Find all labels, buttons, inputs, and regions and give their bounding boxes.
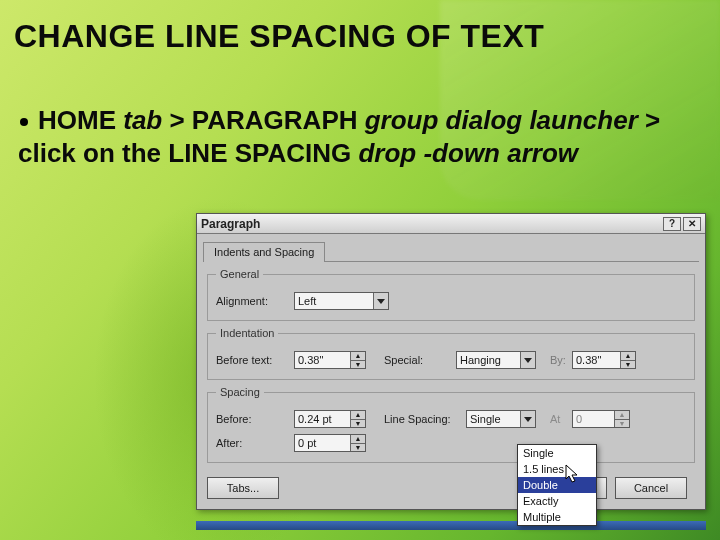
cancel-button[interactable]: Cancel — [615, 477, 687, 499]
help-button[interactable]: ? — [663, 217, 681, 231]
at-input: 0 ▲▼ — [572, 410, 630, 428]
chevron-down-icon[interactable] — [373, 293, 388, 309]
line-spacing-select[interactable]: Single — [466, 410, 536, 428]
spacing-group: Spacing Before: 0.24 pt ▲▼ Line Spacing:… — [207, 386, 695, 463]
at-label: At — [550, 413, 572, 425]
line-spacing-option[interactable]: Single — [518, 445, 596, 461]
spinner-icon: ▲▼ — [614, 411, 629, 427]
spinner-icon[interactable]: ▲▼ — [350, 435, 365, 451]
line-spacing-dropdown[interactable]: Single1.5 linesDoubleExactlyMultiple — [517, 444, 597, 526]
tabs-button[interactable]: Tabs... — [207, 477, 279, 499]
svg-marker-0 — [566, 465, 577, 482]
special-select[interactable]: Hanging — [456, 351, 536, 369]
general-legend: General — [216, 268, 263, 280]
after-label: After: — [216, 437, 294, 449]
line-spacing-option[interactable]: 1.5 lines — [518, 461, 596, 477]
presentation-status-bar — [196, 521, 706, 530]
line-spacing-option[interactable]: Double — [518, 477, 596, 493]
tab-indents-spacing[interactable]: Indents and Spacing — [203, 242, 325, 262]
instruction-bullet: HOME tab > PARAGRAPH group dialog launch… — [18, 104, 700, 171]
spinner-icon[interactable]: ▲▼ — [620, 352, 635, 368]
indentation-legend: Indentation — [216, 327, 278, 339]
indentation-group: Indentation Before text: 0.38" ▲▼ Specia… — [207, 327, 695, 380]
before-text-input[interactable]: 0.38" ▲▼ — [294, 351, 366, 369]
dialog-button-row: Tabs... OK Cancel — [207, 477, 695, 499]
chevron-down-icon[interactable] — [520, 352, 535, 368]
alignment-label: Alignment: — [216, 295, 294, 307]
special-label: Special: — [384, 354, 456, 366]
spinner-icon[interactable]: ▲▼ — [350, 411, 365, 427]
close-button[interactable]: ✕ — [683, 217, 701, 231]
alignment-select[interactable]: Left — [294, 292, 389, 310]
dialog-titlebar: Paragraph ? ✕ — [197, 214, 705, 234]
paragraph-dialog: Paragraph ? ✕ Indents and Spacing Genera… — [196, 213, 706, 510]
dialog-title: Paragraph — [201, 217, 260, 231]
spinner-icon[interactable]: ▲▼ — [350, 352, 365, 368]
after-input[interactable]: 0 pt ▲▼ — [294, 434, 366, 452]
spacing-legend: Spacing — [216, 386, 264, 398]
line-spacing-label: Line Spacing: — [384, 413, 466, 425]
tab-strip: Indents and Spacing — [203, 240, 699, 262]
before-input[interactable]: 0.24 pt ▲▼ — [294, 410, 366, 428]
general-group: General Alignment: Left — [207, 268, 695, 321]
before-label: Before: — [216, 413, 294, 425]
slide-title: CHANGE LINE SPACING OF TEXT — [14, 18, 544, 55]
by-input[interactable]: 0.38" ▲▼ — [572, 351, 636, 369]
line-spacing-option[interactable]: Multiple — [518, 509, 596, 525]
cursor-icon — [565, 464, 581, 484]
before-text-label: Before text: — [216, 354, 294, 366]
line-spacing-option[interactable]: Exactly — [518, 493, 596, 509]
chevron-down-icon[interactable] — [520, 411, 535, 427]
bullet-dot — [20, 118, 28, 126]
by-label: By: — [550, 354, 572, 366]
